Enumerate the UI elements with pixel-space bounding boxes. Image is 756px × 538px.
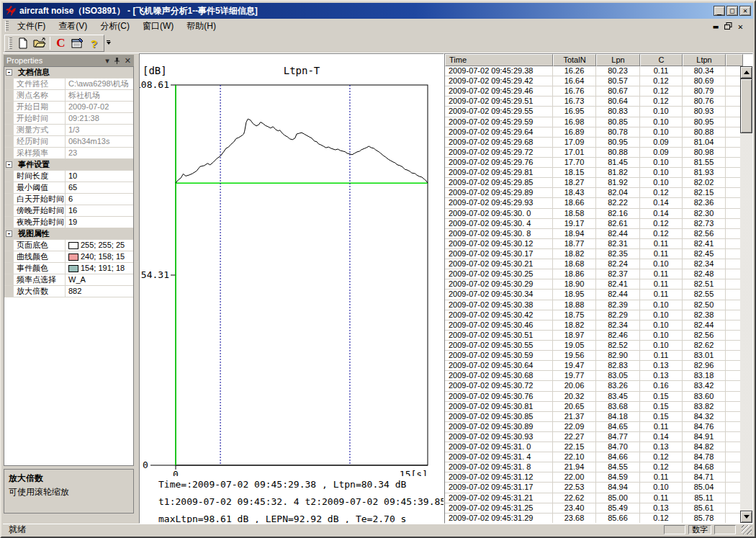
properties-button[interactable] bbox=[69, 35, 86, 51]
table-row[interactable]: 2009-07-02 09:45:29.6817.0980.950.0981.0… bbox=[445, 138, 740, 148]
mdi-minimize-icon[interactable]: ▬ bbox=[714, 22, 719, 31]
titlebar[interactable]: aircraft noise（ISO3891） - [飞机噪声分析1--事件5详… bbox=[3, 3, 753, 19]
resize-grip[interactable] bbox=[742, 525, 752, 534]
property-value[interactable]: C:\awa6298\机场 bbox=[66, 79, 133, 89]
property-value[interactable]: 240; 158; 15 bbox=[66, 251, 133, 262]
column-header-blank[interactable] bbox=[726, 54, 743, 66]
table-scrollbar[interactable] bbox=[740, 66, 752, 523]
property-value[interactable]: 10 bbox=[66, 171, 133, 181]
color-swatch[interactable] bbox=[68, 242, 78, 249]
new-document-button[interactable] bbox=[14, 35, 31, 51]
table-row[interactable]: 2009-07-02 09:45:30.9322.2784.770.1484.9… bbox=[445, 432, 740, 442]
menu-item-C[interactable]: 分析(C) bbox=[94, 19, 136, 34]
close-button[interactable]: ✕ bbox=[739, 6, 751, 16]
property-value[interactable]: 19 bbox=[66, 217, 133, 228]
mdi-restore-icon[interactable] bbox=[724, 22, 732, 30]
ltpn-chart[interactable]: [dB]Ltpn-T108.6154.310015[s] bbox=[140, 54, 444, 476]
table-row[interactable]: 2009-07-02 09:45:29.9318.6682.220.1482.3… bbox=[445, 198, 740, 208]
table-row[interactable]: 2009-07-02 09:45:29.8518.2781.920.1082.0… bbox=[445, 178, 740, 188]
table-row[interactable]: 2009-07-02 09:45:30.5919.5682.900.1183.0… bbox=[445, 351, 740, 361]
color-swatch[interactable] bbox=[68, 254, 78, 261]
table-row[interactable]: 2009-07-02 09:45:31.2523.4085.490.1385.6… bbox=[445, 503, 740, 514]
table-row[interactable]: 2009-07-02 09:45:30.1218.7782.310.1182.4… bbox=[445, 239, 740, 249]
table-row[interactable]: 2009-07-02 09:45:30.8922.0984.650.1184.7… bbox=[445, 422, 740, 432]
property-value[interactable]: 154; 191; 18 bbox=[66, 263, 133, 274]
table-row[interactable]: 2009-07-02 09:45:30.3418.9582.440.1182.5… bbox=[445, 290, 740, 300]
property-value[interactable]: 65 bbox=[66, 182, 133, 193]
analysis-button[interactable]: C bbox=[53, 35, 69, 51]
table-row[interactable]: 2009-07-02 09:45:31. 422.1084.660.1284.7… bbox=[445, 452, 740, 462]
column-header-C[interactable]: C bbox=[640, 54, 683, 66]
property-value[interactable]: 16 bbox=[66, 205, 133, 216]
table-row[interactable]: 2009-07-02 09:45:29.8918.4382.040.1282.1… bbox=[445, 188, 740, 198]
menubar-grip[interactable] bbox=[5, 21, 9, 32]
table-row[interactable]: 2009-07-02 09:45:29.4216.6480.570.1280.6… bbox=[445, 76, 740, 86]
property-section[interactable]: -视图属性 bbox=[4, 228, 133, 240]
table-row[interactable]: 2009-07-02 09:45:29.7617.7081.450.1081.5… bbox=[445, 158, 740, 168]
table-row[interactable]: 2009-07-02 09:45:30.8120.6583.680.1583.8… bbox=[445, 402, 740, 412]
maximize-button[interactable]: □ bbox=[726, 6, 738, 16]
table-row[interactable]: 2009-07-02 09:45:30.7220.0683.260.1683.4… bbox=[445, 381, 740, 391]
collapse-icon[interactable]: - bbox=[6, 230, 12, 237]
table-row[interactable]: 2009-07-02 09:45:30.1718.8282.350.1182.4… bbox=[445, 249, 740, 259]
table-row[interactable]: 2009-07-02 09:45:29.6416.8980.780.1080.8… bbox=[445, 127, 740, 138]
scroll-up-button[interactable] bbox=[740, 66, 752, 79]
property-value[interactable]: 23 bbox=[66, 148, 133, 158]
table-row[interactable]: 2009-07-02 09:45:29.3816.2680.230.1180.3… bbox=[445, 66, 740, 76]
property-value[interactable]: W_A bbox=[66, 274, 133, 285]
table-row[interactable]: 2009-07-02 09:45:30.4618.8282.340.1082.4… bbox=[445, 320, 740, 331]
table-row[interactable]: 2009-07-02 09:45:30.6419.4782.830.1382.9… bbox=[445, 361, 740, 371]
property-value[interactable]: 09:21:38 bbox=[66, 113, 133, 124]
property-value[interactable]: 2009-07-02 bbox=[66, 102, 133, 112]
collapse-icon[interactable]: - bbox=[6, 161, 12, 168]
scrollbar-thumb[interactable] bbox=[740, 79, 752, 133]
property-value[interactable]: 6 bbox=[66, 194, 133, 205]
table-row[interactable]: 2009-07-02 09:45:31.1722.5384.940.1085.0… bbox=[445, 483, 740, 493]
menu-item-V[interactable]: 查看(V) bbox=[52, 19, 94, 34]
table-row[interactable]: 2009-07-02 09:45:30.5118.9782.460.1082.5… bbox=[445, 331, 740, 341]
help-button[interactable]: ? bbox=[86, 35, 102, 51]
table-row[interactable]: 2009-07-02 09:45:31.1222.0084.590.1184.7… bbox=[445, 472, 740, 483]
menu-item-H[interactable]: 帮助(H) bbox=[180, 19, 222, 34]
property-value[interactable]: 栎社机场 bbox=[66, 90, 133, 101]
panel-close-icon[interactable]: ✕ bbox=[125, 56, 131, 66]
table-row[interactable]: 2009-07-02 09:45:31.2122.6285.000.1185.1… bbox=[445, 493, 740, 503]
property-value[interactable]: 06h34m13s bbox=[66, 136, 133, 147]
table-row[interactable]: 2009-07-02 09:45:31.2923.6885.660.1285.7… bbox=[445, 514, 740, 523]
property-section[interactable]: -事件设置 bbox=[4, 159, 133, 171]
table-row[interactable]: 2009-07-02 09:45:30.3818.8882.390.1082.5… bbox=[445, 300, 740, 310]
table-row[interactable]: 2009-07-02 09:45:29.8118.1581.820.1081.9… bbox=[445, 168, 740, 178]
collapse-icon[interactable]: - bbox=[6, 69, 12, 76]
table-row[interactable]: 2009-07-02 09:45:29.4616.7680.670.1280.7… bbox=[445, 86, 740, 97]
table-row[interactable]: 2009-07-02 09:45:31. 821.9484.550.1284.6… bbox=[445, 462, 740, 472]
property-section[interactable]: -文档信息 bbox=[4, 67, 133, 79]
table-row[interactable]: 2009-07-02 09:45:31. 022.1584.700.1384.8… bbox=[445, 442, 740, 452]
column-header-Ltpn[interactable]: Ltpn bbox=[683, 54, 726, 66]
panel-menu-icon[interactable]: ▾ bbox=[105, 56, 109, 66]
table-row[interactable]: 2009-07-02 09:45:29.5916.9880.850.1080.9… bbox=[445, 117, 740, 127]
table-row[interactable]: 2009-07-02 09:45:30.8521.3784.180.1584.3… bbox=[445, 412, 740, 422]
minimize-button[interactable]: _ bbox=[714, 6, 725, 16]
menu-item-F[interactable]: 文件(F) bbox=[11, 19, 52, 34]
table-row[interactable]: 2009-07-02 09:45:30.2118.6882.240.1082.3… bbox=[445, 259, 740, 269]
mdi-close-icon[interactable]: ✕ bbox=[738, 22, 743, 31]
color-swatch[interactable] bbox=[68, 265, 78, 272]
open-file-button[interactable] bbox=[31, 35, 48, 51]
table-row[interactable]: 2009-07-02 09:45:30.6819.7783.050.1383.1… bbox=[445, 371, 740, 381]
table-row[interactable]: 2009-07-02 09:45:30. 419.1782.610.1282.7… bbox=[445, 219, 740, 229]
column-header-Lpn[interactable]: Lpn bbox=[596, 54, 640, 66]
table-row[interactable]: 2009-07-02 09:45:29.5516.9580.830.1080.9… bbox=[445, 107, 740, 117]
menu-item-W[interactable]: 窗口(W) bbox=[136, 19, 180, 34]
property-value[interactable]: 255; 255; 25 bbox=[66, 240, 133, 251]
table-row[interactable]: 2009-07-02 09:45:30.2518.8682.370.1182.4… bbox=[445, 269, 740, 279]
table-row[interactable]: 2009-07-02 09:45:30. 818.9482.440.1282.5… bbox=[445, 229, 740, 239]
column-header-Time[interactable]: Time bbox=[445, 54, 553, 66]
table-row[interactable]: 2009-07-02 09:45:30. 018.5882.160.1482.3… bbox=[445, 209, 740, 219]
table-row[interactable]: 2009-07-02 09:45:30.5519.0582.520.1082.6… bbox=[445, 341, 740, 351]
toolbar-grip[interactable] bbox=[9, 37, 12, 48]
table-row[interactable]: 2009-07-02 09:45:30.2918.9082.410.1182.5… bbox=[445, 279, 740, 290]
table-row[interactable]: 2009-07-02 09:45:30.4218.7582.290.1082.3… bbox=[445, 310, 740, 320]
property-value[interactable]: 1/3 bbox=[66, 125, 133, 135]
table-row[interactable]: 2009-07-02 09:45:29.7217.0180.880.0980.9… bbox=[445, 148, 740, 158]
table-row[interactable]: 2009-07-02 09:45:29.5116.7380.640.1280.7… bbox=[445, 97, 740, 107]
